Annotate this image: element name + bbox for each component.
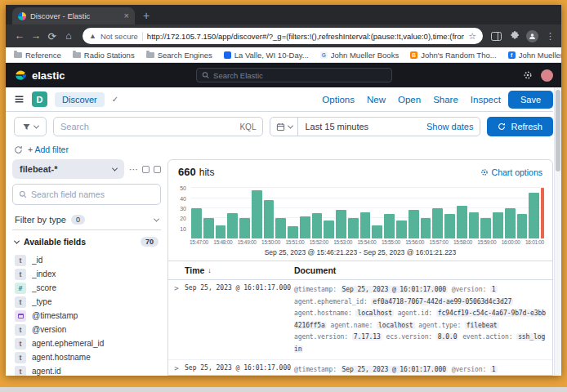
address-bar[interactable]: ▲ Not secure http://172.105.7.150/app/di… (83, 28, 483, 44)
histogram-bar[interactable] (421, 218, 431, 238)
bookmark-star-icon[interactable]: ☆ (468, 31, 476, 42)
show-dates-link[interactable]: Show dates (420, 122, 480, 131)
query-input-box[interactable]: KQL (53, 117, 263, 136)
calendar-dropdown[interactable] (270, 118, 298, 136)
profile-avatar[interactable] (526, 30, 538, 42)
scrollbar-thumb[interactable] (556, 90, 560, 172)
collapse-sidebar-icon[interactable] (154, 166, 161, 173)
toolbar-link-open[interactable]: Open (398, 95, 421, 105)
sort-descending-icon[interactable]: ↓ (208, 266, 212, 274)
histogram-bar[interactable] (312, 213, 323, 238)
histogram-bar[interactable] (348, 218, 359, 238)
field-list-item[interactable]: tagent.ephemeral_id (15, 338, 158, 349)
histogram-bar[interactable] (396, 220, 407, 238)
histogram-bar[interactable] (288, 226, 298, 238)
histogram-bar[interactable] (469, 212, 480, 238)
toolbar-right: ⋮ (491, 30, 555, 42)
toolbar-link-options[interactable]: Options (322, 95, 355, 105)
field-list-item[interactable]: t_id (15, 255, 158, 265)
field-list-item[interactable]: tagent.hostname (15, 352, 158, 363)
global-search-input[interactable] (213, 71, 386, 80)
chart-options-button[interactable]: Chart options (480, 167, 542, 177)
histogram-bar[interactable] (336, 210, 346, 238)
histogram-bar[interactable] (324, 220, 334, 238)
field-list-item[interactable]: @timestamp (15, 310, 158, 321)
forward-icon[interactable]: → (29, 30, 43, 42)
reload-icon[interactable]: ⟳ (45, 30, 60, 42)
bookmark-item[interactable]: GJohn Mueller Books (320, 51, 399, 60)
histogram-bar[interactable] (264, 200, 275, 238)
histogram-bar[interactable] (493, 212, 503, 238)
histogram-bar[interactable] (227, 213, 238, 238)
field-list-item[interactable]: t@version (15, 324, 158, 335)
histogram-bar[interactable] (529, 193, 539, 238)
time-range-label[interactable]: Last 15 minutes (298, 122, 375, 131)
settings-gear-icon[interactable] (523, 70, 533, 80)
field-search-box[interactable] (12, 184, 161, 205)
browser-tab[interactable]: Discover - Elastic × (12, 7, 135, 24)
toolbar-link-new[interactable]: New (367, 95, 386, 105)
histogram-bar[interactable] (457, 206, 467, 238)
more-actions-icon[interactable]: ⋯ (129, 164, 138, 175)
elastic-brand[interactable]: elastic (14, 69, 65, 82)
field-list-item[interactable]: t_type (15, 296, 158, 307)
browser-menu-icon[interactable]: ⋮ (546, 31, 555, 42)
query-input[interactable] (60, 122, 234, 131)
toolbar-link-share[interactable]: Share (433, 95, 458, 105)
tab-close-icon[interactable]: × (124, 11, 129, 20)
available-fields-header[interactable]: Available fields 70 (12, 235, 161, 248)
histogram-bar[interactable] (505, 208, 516, 238)
histogram-bar[interactable] (444, 214, 455, 238)
index-pattern-select[interactable]: filebeat-* (12, 159, 124, 179)
home-icon[interactable]: ⌂ (61, 30, 76, 42)
kql-label[interactable]: KQL (239, 122, 256, 131)
save-button[interactable]: Save (508, 91, 553, 109)
histogram-bar[interactable] (239, 218, 250, 238)
query-filter-dropdown[interactable] (14, 117, 47, 136)
global-search[interactable] (196, 68, 392, 82)
saved-queries-icon[interactable] (14, 145, 23, 154)
histogram-bar[interactable] (372, 225, 382, 238)
page-scrollbar[interactable] (554, 87, 561, 376)
refresh-button[interactable]: Refresh (487, 117, 553, 136)
bookmark-item[interactable]: Radio Stations (73, 51, 135, 60)
histogram-bar[interactable] (409, 210, 419, 238)
histogram-bar[interactable] (275, 218, 286, 238)
histogram-bar[interactable] (216, 225, 226, 238)
histogram-bar[interactable] (203, 218, 214, 238)
bookmark-item[interactable]: Search Engines (146, 51, 212, 60)
user-avatar[interactable] (541, 69, 553, 82)
space-badge[interactable]: D (32, 91, 47, 107)
field-list-item[interactable]: t_index (15, 269, 158, 279)
add-filter-link[interactable]: + Add filter (28, 145, 69, 154)
new-tab-button[interactable]: + (143, 9, 150, 22)
expand-row-button[interactable]: > (168, 364, 185, 375)
back-icon[interactable]: ← (12, 30, 27, 42)
histogram-bar[interactable] (517, 214, 528, 238)
time-column-header[interactable]: Time ↓ (185, 265, 294, 275)
breadcrumb[interactable]: Discover (55, 92, 105, 107)
histogram-bar[interactable] (480, 218, 491, 238)
bookmark-item[interactable]: Reference (14, 51, 61, 60)
filter-by-type[interactable]: Filter by type 0 (12, 210, 161, 230)
bookmark-item[interactable]: fJohn Mueller Books... (508, 51, 561, 60)
bookmark-item[interactable]: La Valle, WI 10-Day... (224, 51, 309, 60)
histogram-bar[interactable] (432, 208, 443, 238)
histogram-bar[interactable] (252, 190, 262, 238)
field-search-input[interactable] (31, 189, 154, 199)
bookmark-item[interactable]: BJohn's Random Tho... (410, 51, 496, 60)
side-panel-icon[interactable] (491, 32, 502, 41)
expand-row-button[interactable]: > (168, 284, 185, 355)
toolbar-link-inspect[interactable]: Inspect (471, 95, 501, 105)
field-list-item[interactable]: #_score (15, 283, 158, 293)
x-axis-label: 15:51:00 (285, 239, 304, 245)
hamburger-menu-icon[interactable] (14, 94, 25, 105)
histogram-bar[interactable] (360, 212, 371, 238)
extensions-puzzle-icon[interactable] (509, 31, 519, 41)
histogram-bar[interactable] (384, 214, 395, 238)
new-window-icon[interactable] (142, 166, 150, 173)
histogram-bar[interactable] (300, 216, 310, 238)
url-text[interactable]: http://172.105.7.150/app/discover#/?_g=(… (147, 32, 464, 41)
field-list-item[interactable]: tagent.id (15, 366, 158, 376)
histogram-bar[interactable] (191, 208, 202, 238)
